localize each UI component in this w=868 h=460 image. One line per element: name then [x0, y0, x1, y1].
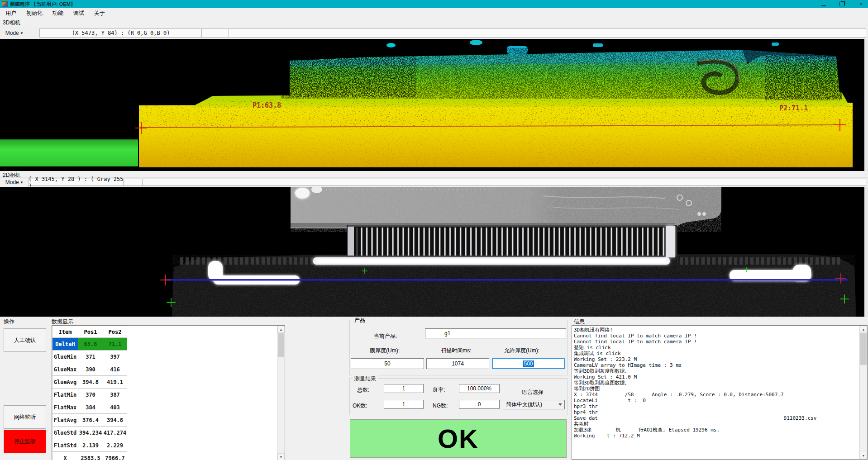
- value-cell: 390: [78, 363, 103, 376]
- chevron-down-icon: ▾: [21, 180, 23, 185]
- results-group: 测量结果 总数: 1 良率: 100.000% 语言选择 OK数: 1 NG数:…: [349, 378, 568, 415]
- title-bar: 测膜程序 【当前用户: OEM】 ×: [0, 0, 868, 8]
- ok-count-field[interactable]: 1: [384, 400, 424, 409]
- camera2d-pixel-status: ( X 3145, Y 28 ) : ( Gray 255 ): [28, 179, 124, 186]
- current-product-field[interactable]: g1: [425, 328, 566, 338]
- operations-label: 操作: [4, 318, 14, 326]
- total-field[interactable]: 1: [384, 384, 424, 393]
- scroll-down-icon[interactable]: ▼: [860, 452, 867, 459]
- measurement-listview[interactable]: ItemPos1Pos2 DeltaH63.871.1GlueMin371397…: [52, 325, 285, 460]
- value-cell: 376.4: [78, 414, 103, 427]
- log-scrollbar[interactable]: ▲ ▼: [859, 326, 867, 459]
- film-thickness-field[interactable]: 50: [351, 358, 424, 369]
- network-listen-button[interactable]: 网络监听: [4, 405, 46, 429]
- info-label: 信息: [574, 318, 585, 326]
- camera3d-image-view[interactable]: P1:63.8 P2:71.1: [0, 39, 868, 171]
- value-cell: 2.139: [78, 439, 103, 452]
- app-window: 测膜程序 【当前用户: OEM】 × 用户 初始化 功能 调试 关于 3D相机 …: [0, 0, 868, 460]
- log-line: Cannot find local IP to match camera IP …: [574, 333, 859, 339]
- stop-listen-button[interactable]: 停止监听: [4, 430, 46, 453]
- scroll-up-icon[interactable]: ▲: [860, 326, 867, 333]
- log-line: 集成调试 is click: [574, 351, 859, 356]
- value-cell: 419.1: [103, 376, 127, 389]
- log-line: LocateLi t : 0: [574, 398, 859, 403]
- table-row[interactable]: GlueMin371397: [52, 351, 127, 363]
- log-line: CameraLV array to HImage time : 3 ms: [574, 362, 859, 368]
- value-cell: 2583.5: [78, 452, 103, 460]
- table-row[interactable]: X2583.57966.7: [52, 452, 127, 460]
- scrollbar-thumb[interactable]: [860, 333, 867, 365]
- table-row[interactable]: GlueStd394.234417.274: [52, 427, 127, 439]
- table-row[interactable]: GlueAvg394.8419.1: [52, 376, 127, 389]
- menu-item-function[interactable]: 功能: [48, 9, 68, 18]
- measurement-table: ItemPos1Pos2 DeltaH63.871.1GlueMin371397…: [52, 326, 127, 460]
- info-log-box[interactable]: 3D相机没有网络!Cannot find local IP to match c…: [572, 325, 868, 460]
- camera3d-mode-button[interactable]: Mode ▾: [1, 28, 27, 38]
- column-header[interactable]: Pos1: [78, 326, 103, 338]
- table-row[interactable]: DeltaH63.871.1: [52, 338, 127, 351]
- close-button-icon[interactable]: ×: [858, 1, 864, 7]
- ng-count-label: NG数:: [433, 402, 448, 410]
- menu-bar: 用户 初始化 功能 调试 关于: [0, 8, 868, 18]
- value-cell: 371: [78, 351, 103, 363]
- language-select[interactable]: 简体中文(默认): [503, 400, 565, 409]
- yield-field[interactable]: 100.000%: [459, 384, 500, 393]
- table-row[interactable]: FlatStd2.1392.229: [52, 439, 127, 452]
- value-cell: 63.8: [78, 338, 103, 351]
- table-row[interactable]: GlueMax390416: [52, 363, 127, 376]
- product-group: 产品 当前产品: g1 膜厚度(Um): 扫描时间ms: 允许厚度(Um): 5…: [349, 320, 568, 375]
- manual-confirm-button[interactable]: 人工确认: [4, 328, 46, 352]
- camera3d-pixel-status: (X 5473, Y 84) : (R 0,G 0,B 0): [39, 28, 202, 38]
- heightmap-3d-image: P1:63.8 P2:71.1: [0, 39, 868, 171]
- column-header[interactable]: Item: [52, 326, 78, 338]
- table-row[interactable]: FlatAvg376.4394.8: [52, 414, 127, 427]
- item-cell: DeltaH: [52, 338, 78, 351]
- log-line: X : 3744 /58 Angle : -0.279, Score : 0.0…: [574, 392, 859, 398]
- item-cell: GlueStd: [52, 427, 78, 439]
- p1-annotation: P1:63.8: [253, 101, 281, 109]
- value-cell: 394.8: [78, 376, 103, 389]
- scan-time-label: 扫描时间ms:: [441, 347, 471, 355]
- allow-thickness-field[interactable]: 500: [492, 358, 565, 369]
- table-row[interactable]: FlatMin370387: [52, 389, 127, 401]
- menu-item-user[interactable]: 用户: [1, 9, 21, 18]
- item-cell: GlueMin: [52, 351, 78, 363]
- item-cell: FlatMin: [52, 389, 78, 401]
- window-title: 测膜程序 【当前用户: OEM】: [10, 1, 76, 8]
- restore-button-icon[interactable]: [839, 2, 844, 6]
- scan-time-field[interactable]: 1074: [426, 358, 489, 369]
- menu-item-about[interactable]: 关于: [90, 9, 110, 18]
- menu-item-init[interactable]: 初始化: [22, 9, 47, 18]
- minimize-button-icon[interactable]: [821, 2, 826, 6]
- scrollbar-thumb[interactable]: [278, 333, 284, 357]
- table-row[interactable]: FlatMax384403: [52, 401, 127, 414]
- camera3d-toolbar: Mode ▾ (X 5473, Y 84) : (R 0,G 0,B 0): [0, 27, 868, 39]
- log-line: 等到3D取到灰度图数据。: [574, 368, 859, 374]
- yield-label: 良率:: [433, 386, 445, 394]
- camera2d-mode-button[interactable]: Mode ▾: [1, 179, 27, 186]
- measure-line-2d: [164, 279, 848, 281]
- scroll-up-icon[interactable]: ▲: [277, 326, 285, 333]
- ng-count-field[interactable]: 0: [459, 400, 500, 409]
- log-line: hpr4 thr: [574, 409, 859, 415]
- item-cell: FlatMax: [52, 401, 78, 414]
- column-header[interactable]: Pos2: [103, 326, 127, 338]
- log-line: 共耗时: [574, 421, 859, 427]
- menu-item-debug[interactable]: 调试: [69, 9, 89, 18]
- camera3d-status-segment: [201, 28, 229, 38]
- listview-scrollbar[interactable]: ▲ ▼: [277, 326, 285, 460]
- results-group-label: 测量结果: [353, 375, 378, 383]
- log-line: Cannot find local IP to match camera IP …: [574, 339, 859, 345]
- camera2d-image-view[interactable]: [0, 187, 868, 317]
- log-line: Save dat 9110233.csv: [574, 415, 859, 421]
- language-label: 语言选择: [522, 389, 544, 396]
- table-header-row: ItemPos1Pos2: [52, 326, 127, 338]
- item-cell: FlatAvg: [52, 414, 78, 427]
- item-cell: X: [52, 452, 78, 460]
- log-lines: 3D相机没有网络!Cannot find local IP to match c…: [574, 327, 859, 439]
- scroll-down-icon[interactable]: ▼: [277, 453, 285, 460]
- log-line: 等到3D取到高度图数据。: [574, 380, 859, 386]
- camera2d-status-segment: [123, 179, 143, 186]
- value-cell: 417.274: [103, 427, 127, 439]
- value-cell: 387: [103, 389, 127, 401]
